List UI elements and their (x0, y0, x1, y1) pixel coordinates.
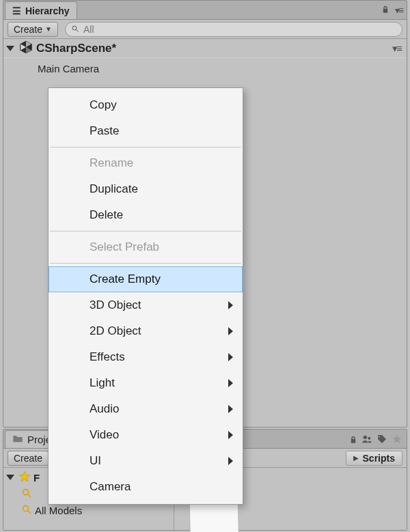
context-menu-item-label: 3D Object (90, 298, 141, 312)
chevron-right-icon (228, 301, 233, 309)
favorites-item-label: All Models (35, 505, 82, 516)
chevron-down-icon: ▼ (45, 25, 52, 33)
lock-icon[interactable] (349, 434, 357, 447)
context-menu: CopyPasteRenameDuplicateDeleteSelect Pre… (48, 87, 243, 505)
context-menu-separator (50, 147, 241, 148)
breadcrumb-label: Scripts (363, 453, 395, 464)
svg-line-11 (28, 511, 31, 514)
context-menu-item-video[interactable]: Video (49, 422, 243, 448)
svg-point-0 (72, 26, 77, 30)
context-menu-item-label: 2D Object (90, 324, 141, 338)
context-menu-item-label: Light (90, 376, 115, 390)
panel-options-icon[interactable]: ▾≡ (395, 5, 402, 16)
hierarchy-toolbar: Create ▼ All (3, 20, 407, 39)
lock-icon[interactable] (381, 5, 390, 16)
context-menu-item-create-empty[interactable]: Create Empty (49, 266, 243, 292)
context-menu-item-label: Video (90, 428, 119, 442)
hierarchy-tab-strip: ☰ Hierarchy ▾≡ (3, 1, 407, 20)
context-menu-item-delete[interactable]: Delete (49, 202, 243, 228)
hierarchy-search-input[interactable]: All (65, 22, 402, 37)
context-menu-item-copy[interactable]: Copy (49, 92, 243, 118)
project-create-button[interactable]: Create (8, 451, 49, 466)
context-menu-item-duplicate[interactable]: Duplicate (49, 176, 243, 202)
scene-options-icon[interactable]: ▾≡ (392, 42, 401, 55)
svg-point-10 (23, 505, 29, 511)
chevron-right-icon (228, 431, 233, 439)
search-icon (21, 488, 32, 501)
scene-name: CSharpScene* (36, 42, 116, 55)
context-menu-item-select-prefab: Select Prefab (49, 234, 243, 260)
unity-logo-icon (18, 40, 33, 57)
hierarchy-create-label: Create (14, 24, 42, 35)
context-menu-item-label: Audio (90, 402, 119, 416)
hierarchy-item[interactable]: Main Camera (3, 61, 407, 76)
hierarchy-tab-label: Hierarchy (25, 5, 70, 16)
context-menu-item-camera[interactable]: Camera (49, 474, 243, 500)
context-menu-item-ui[interactable]: UI (49, 448, 243, 474)
tab-right-controls: ▾≡ (381, 5, 402, 16)
context-menu-item-effects[interactable]: Effects (49, 344, 243, 370)
context-menu-item-label: UI (90, 454, 101, 468)
context-menu-item-audio[interactable]: Audio (49, 396, 243, 422)
svg-point-8 (23, 489, 29, 494)
scene-row[interactable]: CSharpScene* ▾≡ (3, 39, 407, 58)
context-menu-item-paste[interactable]: Paste (49, 118, 243, 144)
folder-icon (12, 434, 23, 445)
chevron-right-icon (228, 405, 233, 413)
chevron-right-icon (228, 457, 233, 465)
hierarchy-create-button[interactable]: Create ▼ (8, 22, 58, 37)
star-icon[interactable] (392, 434, 402, 447)
search-icon (71, 24, 79, 35)
svg-line-1 (76, 29, 78, 31)
context-menu-item-label: Delete (90, 208, 123, 222)
context-menu-item-label: Paste (90, 124, 119, 138)
star-icon (18, 471, 31, 485)
chevron-right-icon (228, 353, 233, 361)
chevron-right-icon: ▶ (353, 454, 359, 462)
disclosure-triangle-icon[interactable] (6, 46, 14, 51)
context-menu-item-label: Effects (90, 350, 125, 364)
tab-hierarchy[interactable]: ☰ Hierarchy (5, 1, 77, 19)
context-menu-item-3d-object[interactable]: 3D Object (49, 292, 243, 318)
project-right-icons (349, 434, 402, 447)
context-menu-item-light[interactable]: Light (49, 370, 243, 396)
hierarchy-search-filter: All (83, 24, 94, 35)
svg-point-6 (364, 436, 367, 439)
favorites-label: F (33, 472, 40, 484)
chevron-right-icon (228, 327, 233, 335)
context-menu-item-label: Rename (90, 156, 133, 170)
disclosure-triangle-icon[interactable] (6, 475, 14, 480)
svg-point-7 (368, 437, 370, 440)
breadcrumb[interactable]: ▶ Scripts (346, 451, 402, 466)
context-menu-item-2d-object[interactable]: 2D Object (49, 318, 243, 344)
context-menu-item-label: Select Prefab (90, 240, 159, 254)
collab-icon[interactable] (361, 434, 372, 447)
context-menu-item-label: Copy (90, 98, 117, 112)
search-icon (21, 504, 32, 517)
context-menu-item-rename: Rename (49, 150, 243, 176)
chevron-right-icon (228, 379, 233, 387)
svg-line-9 (28, 494, 31, 497)
context-menu-item-label: Camera (90, 480, 131, 494)
label-icon[interactable] (377, 434, 387, 447)
hierarchy-body: Main Camera (3, 58, 407, 79)
context-menu-separator (50, 231, 241, 232)
context-menu-separator (50, 263, 241, 264)
hierarchy-icon: ☰ (12, 5, 21, 16)
context-menu-item-label: Duplicate (90, 182, 138, 196)
project-create-label: Create (14, 453, 42, 464)
context-menu-item-label: Create Empty (90, 272, 161, 286)
